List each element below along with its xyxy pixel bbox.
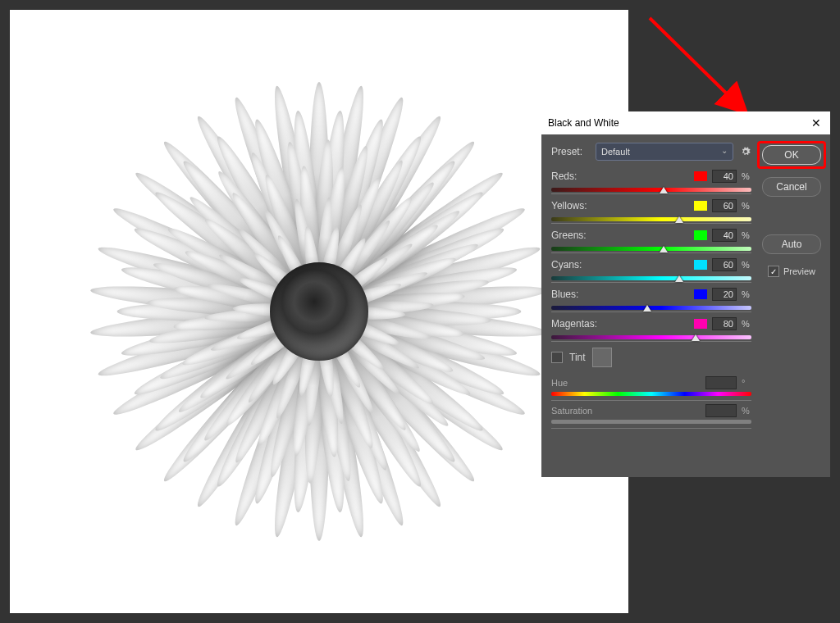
saturation-label: Saturation [551,406,701,416]
preset-value: Default [601,147,630,157]
slider-value-input[interactable]: 20 [712,288,737,301]
slider-label: Magentas: [551,318,689,330]
slider-label: Yellows: [551,200,689,211]
preview-label: Preview [783,266,815,276]
ok-button[interactable]: OK [762,145,821,165]
color-slider[interactable] [551,215,751,223]
cancel-button[interactable]: Cancel [762,177,821,197]
canvas-document[interactable] [10,10,628,613]
preview-checkbox[interactable]: ✓ [768,266,779,277]
hue-label: Hue [551,378,701,388]
color-swatch [694,230,707,240]
hue-input[interactable] [705,376,737,389]
color-swatch [694,319,707,329]
slider-value-input[interactable]: 40 [712,229,737,242]
preset-select[interactable]: Default ⌄ [596,143,733,161]
auto-button[interactable]: Auto [762,234,821,254]
saturation-unit: % [742,406,751,416]
svg-line-0 [650,18,746,113]
color-slider[interactable] [551,274,751,282]
slider-label: Reds: [551,171,689,182]
percent-label: % [742,201,751,211]
black-and-white-dialog: Black and White ✕ Preset: Default ⌄ Reds… [541,111,830,477]
dialog-titlebar[interactable]: Black and White ✕ [541,111,830,134]
tint-checkbox[interactable] [551,352,563,363]
slider-label: Cyans: [551,259,689,271]
chevron-down-icon: ⌄ [721,146,728,155]
flower-image [57,49,582,574]
color-slider[interactable] [551,333,751,341]
preset-label: Preset: [551,146,589,157]
percent-label: % [742,260,751,270]
dialog-title: Black and White [548,117,809,129]
slider-value-input[interactable]: 80 [712,317,737,330]
color-slider[interactable] [551,185,751,193]
percent-label: % [742,319,751,329]
gear-icon[interactable] [740,146,751,157]
color-slider[interactable] [551,303,751,312]
percent-label: % [742,289,751,299]
hue-slider[interactable] [551,392,751,400]
tint-swatch[interactable] [592,348,612,367]
saturation-input[interactable] [705,404,737,417]
hue-unit: ° [742,378,751,388]
slider-value-input[interactable]: 40 [712,170,737,183]
slider-value-input[interactable]: 60 [712,258,737,271]
close-icon[interactable]: ✕ [809,116,824,130]
saturation-slider[interactable] [551,420,751,428]
percent-label: % [742,171,751,181]
percent-label: % [742,230,751,240]
ok-highlight-annotation: OK [757,141,826,169]
color-slider[interactable] [551,244,751,252]
color-swatch [694,171,707,181]
slider-label: Greens: [551,230,689,241]
color-swatch [694,201,707,211]
slider-value-input[interactable]: 60 [712,199,737,212]
color-swatch [694,260,707,270]
slider-label: Blues: [551,289,689,300]
tint-label: Tint [569,352,586,363]
color-swatch [694,289,707,299]
